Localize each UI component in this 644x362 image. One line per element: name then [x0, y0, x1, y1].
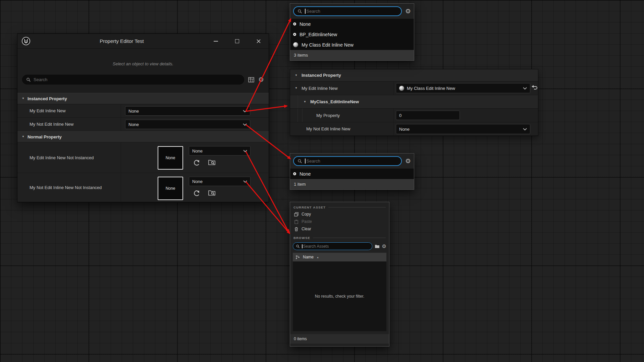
chevron-down-icon: [243, 180, 247, 183]
empty-results-text: No results, check your filter.: [315, 294, 364, 299]
row-myclass-editinlinenew[interactable]: ▼ MyClass_EditInlineNew: [290, 95, 538, 109]
titlebar[interactable]: Property Editor Test: [17, 34, 269, 49]
property-label: My Edit Inline New: [17, 108, 66, 113]
settings-gear-icon[interactable]: ⚙: [405, 158, 411, 164]
search-input[interactable]: [34, 77, 240, 82]
maximize-icon: [235, 39, 239, 43]
menu-item-copy[interactable]: Copy: [290, 210, 389, 218]
browse-to-asset-icon[interactable]: [208, 159, 215, 166]
section-label: CURRENT ASSET: [293, 205, 326, 209]
list-item-none[interactable]: None: [290, 169, 414, 179]
row-my-not-edit-inline-new: My Not Edit Inline New None: [290, 122, 538, 136]
class-list: None: [290, 169, 414, 179]
my-property-number-input[interactable]: 0: [396, 111, 460, 120]
class-picker-popup: ⚙ None BP_EditInlineNew My Class Edit In…: [290, 3, 414, 61]
property-label: My Edit Inline New Not Instanced: [17, 155, 94, 160]
item-count-text: 0 items: [294, 337, 307, 341]
chevron-down-icon: [243, 110, 247, 112]
search-icon: [26, 77, 31, 82]
class-picker-popup-small: ⚙ None 1 item: [290, 153, 414, 190]
reset-to-default-icon[interactable]: [531, 85, 538, 90]
search-box[interactable]: [293, 6, 402, 16]
row-my-edit-inline-new: ▼ My Edit Inline New My Class Edit Inlin…: [290, 81, 538, 95]
text-caret: [302, 244, 303, 248]
chevron-down-icon: [523, 128, 527, 130]
search-assets-input[interactable]: [303, 244, 369, 249]
asset-picker-popup: CURRENT ASSET Copy Paste Clear BROWSE ⚙ …: [290, 202, 389, 347]
text-caret: [305, 9, 306, 14]
chevron-down-icon: [243, 123, 247, 126]
dropdown-value: None: [399, 127, 410, 132]
settings-gear-icon[interactable]: ⚙: [405, 8, 411, 14]
list-item-label: BP_EditInlineNew: [300, 32, 337, 37]
menu-item-paste[interactable]: Paste: [290, 218, 389, 225]
list-item-label: None: [300, 171, 311, 177]
search-input[interactable]: [307, 159, 397, 164]
menu-item-clear[interactable]: Clear: [290, 225, 389, 233]
my-edit-inline-new-dropdown[interactable]: None: [125, 106, 250, 116]
window-controls: [213, 39, 261, 44]
my-edit-inline-new-class-dropdown[interactable]: My Class Edit Inline New: [396, 83, 530, 93]
asset-thumbnail[interactable]: None: [158, 146, 183, 170]
class-none-icon: [293, 172, 296, 175]
sort-ascending-icon: ▲: [317, 256, 319, 258]
item-count-footer: 3 items: [290, 50, 414, 60]
collapse-triangle-icon: ▼: [304, 101, 306, 103]
display-filter-button[interactable]: [248, 77, 254, 82]
collapse-triangle-icon: ▼: [22, 97, 24, 100]
category-header-instanced-property[interactable]: ▼ Instanced Property: [290, 69, 538, 81]
class-none-icon: [293, 33, 296, 36]
asset-results-list[interactable]: No results, check your filter.: [293, 261, 386, 331]
collapse-triangle-icon: ▼: [295, 87, 298, 89]
asset-thumbnail[interactable]: None: [158, 177, 183, 200]
search-box[interactable]: [293, 156, 402, 166]
menu-item-label: Paste: [302, 219, 312, 224]
item-count-text: 1 item: [294, 182, 306, 187]
menu-item-label: Copy: [302, 212, 311, 217]
section-header-normal-property[interactable]: ▼ Normal Property: [17, 131, 269, 142]
property-row-my-edit-inline-new: My Edit Inline New None: [17, 104, 269, 118]
list-item-label: None: [300, 21, 311, 27]
search-icon: [296, 244, 300, 248]
settings-gear-icon[interactable]: ⚙: [258, 76, 264, 83]
property-editor-window: Property Editor Test Select an object to…: [17, 34, 269, 202]
column-header-name[interactable]: Name ▲: [293, 253, 386, 261]
my-not-edit-inline-new-dropdown[interactable]: None: [396, 124, 530, 134]
search-box[interactable]: [22, 75, 244, 84]
list-item-none[interactable]: None: [290, 19, 414, 29]
child-object-label: MyClass_EditInlineNew: [290, 99, 359, 104]
chevron-down-icon: [243, 150, 247, 152]
settings-gear-icon[interactable]: ⚙: [382, 244, 386, 249]
search-icon: [298, 9, 302, 14]
not-edit-inline-not-instanced-dropdown[interactable]: None: [189, 177, 251, 186]
property-row-not-edit-inline-not-instanced: My Not Edit Inline New Not Instanced Non…: [17, 173, 269, 202]
view-options-grid-icon: [248, 77, 254, 82]
maximize-button[interactable]: [234, 39, 240, 44]
my-not-edit-inline-new-dropdown[interactable]: None: [125, 120, 250, 129]
indent-guide: [298, 95, 298, 108]
minimize-button[interactable]: [213, 39, 218, 44]
list-item-my-class-edit-inline-new[interactable]: My Class Edit Inline New: [290, 40, 414, 50]
number-value: 0: [399, 113, 401, 118]
search-input[interactable]: [307, 9, 397, 14]
section-header-instanced-property[interactable]: ▼ Instanced Property: [17, 93, 269, 104]
browse-to-asset-icon[interactable]: [208, 190, 215, 197]
column-label: Name: [303, 255, 314, 259]
details-hint-text: Select an object to view details.: [17, 61, 269, 67]
search-icon: [298, 159, 302, 164]
list-item-bp-editinlinenew[interactable]: BP_EditInlineNew: [290, 29, 414, 40]
asset-row-actions: [193, 190, 215, 197]
use-selected-asset-icon[interactable]: [193, 159, 200, 166]
list-view-icon: [296, 255, 300, 259]
class-list: None BP_EditInlineNew My Class Edit Inli…: [290, 19, 414, 50]
instanced-property-panel: ▼ Instanced Property ▼ My Edit Inline Ne…: [290, 69, 538, 136]
dropdown-value: None: [192, 179, 203, 184]
folder-icon[interactable]: [375, 244, 380, 248]
edit-inline-not-instanced-dropdown[interactable]: None: [189, 146, 251, 156]
dropdown-value: My Class Edit Inline New: [407, 86, 455, 91]
use-selected-asset-icon[interactable]: [193, 190, 200, 197]
property-row-edit-inline-not-instanced: My Edit Inline New Not Instanced None No…: [17, 142, 269, 173]
browse-section: BROWSE: [290, 233, 389, 241]
close-button[interactable]: [256, 39, 261, 44]
search-box[interactable]: [293, 242, 372, 250]
